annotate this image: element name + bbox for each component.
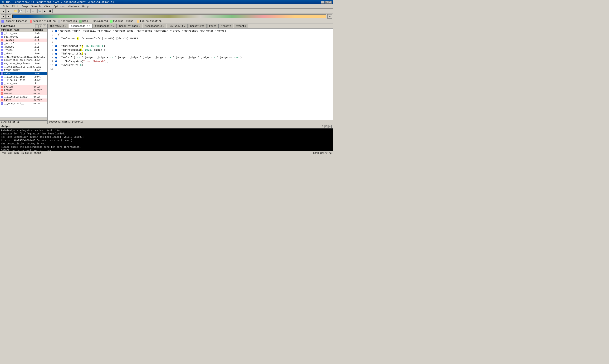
tab-close-button[interactable]: × [139,25,140,28]
tab-structures[interactable]: Structures [188,24,207,28]
line-breakpoint[interactable] [55,57,57,59]
code-line[interactable]: 3 "kw">char s; "comment">// [rsp+Fh] [rb… [48,37,333,40]
code-line[interactable]: 5 "fn">memset(&s, 0, 0x400uLL); [48,44,333,48]
function-row[interactable]: fregister_tm_clones.text [0,62,47,65]
panel-maximize-button[interactable]: □ [39,25,42,28]
toolbar-back-button[interactable]: ◀ [1,9,6,13]
function-name: deregister_tm_clones [4,59,34,62]
toolbar-undo-button[interactable]: ↩ [25,9,30,13]
menu-item-view[interactable]: View [43,5,52,8]
function-row[interactable]: f__libc_csu_init.text [0,75,47,78]
function-row[interactable]: f__libc_csu_fini.text [0,78,47,82]
tab-close-button[interactable]: × [184,25,185,28]
tab-hex-view-1[interactable]: Hex View-1× [167,24,187,28]
menu-item-options[interactable]: Options [52,5,66,8]
function-row[interactable]: fprintfextern [0,89,47,92]
tab-imports[interactable]: Imports [219,24,233,28]
line-breakpoint[interactable] [55,53,57,55]
toolbar-save-button[interactable]: 💾 [18,9,23,13]
function-row[interactable]: fsub_400400.plt [0,35,47,39]
menu-item-windows[interactable]: Windows [66,5,80,8]
function-row[interactable]: f_fgets.plt [0,49,47,52]
menu-item-help[interactable]: Help [81,5,90,8]
line-breakpoint[interactable] [55,64,57,66]
menu-item-search[interactable]: Search [30,5,42,8]
nav-forward-button[interactable]: ▶ [6,14,11,19]
panel-minimize-button[interactable]: _ [35,25,39,28]
code-area[interactable]: 1"kw">int "fn">__fastcall "fn">main("kw"… [48,28,333,120]
tab-label: Imports [221,25,231,28]
line-breakpoint[interactable] [55,60,57,62]
function-row[interactable]: f_system.plt [0,39,47,42]
tab-pseudocode-a[interactable]: Pseudocode-A× [143,24,166,28]
code-line[interactable]: 1"kw">int "fn">__fastcall "fn">main("kw"… [48,29,333,33]
function-row[interactable]: f_printf.plt [0,42,47,45]
nav-expand-button[interactable]: ⊞ [327,14,332,19]
function-row[interactable]: f__dl_relocate_static_pie.text [0,55,47,59]
code-line[interactable]: 10 "kw">return 0; [48,63,333,67]
function-row[interactable]: f__libc_start_mainextern [0,95,47,99]
menu-item-file[interactable]: File [1,5,10,8]
code-line[interactable]: 8 "kw">if ( 11 * judge * judge + 17 * ju… [48,56,333,59]
tab-stack-of-main[interactable]: Stack of main× [117,24,142,28]
function-icon: f [0,69,3,72]
line-breakpoint[interactable] [55,49,57,51]
function-row[interactable]: fframe_dummy.text [0,68,47,72]
line-breakpoint[interactable] [55,30,57,32]
function-row[interactable]: f_start.text [0,52,47,55]
tab-close-button[interactable]: × [163,25,164,28]
output-close-button[interactable]: × [328,125,332,128]
tab-close-button[interactable]: × [113,25,115,28]
function-row[interactable]: fmemsetextern [0,92,47,95]
code-line[interactable]: 9 "fn">system("exec /bin/sh"); [48,59,333,63]
function-row[interactable]: f__do_global_dtors_aux.text [0,65,47,68]
code-text: "kw">if ( 11 * judge * judge + 17 * judg… [58,56,242,59]
maximize-button[interactable]: □ [324,1,328,4]
output-content[interactable]: AutoAnalysis subsystem has been initiali… [0,129,333,151]
function-row[interactable]: f_memset.plt [0,45,47,49]
line-breakpoint[interactable] [55,68,57,70]
nav-back-button[interactable]: ◀ [1,14,6,19]
toolbar-search-button[interactable]: 🔍 [37,9,42,13]
tab-enums[interactable]: Enums [207,24,219,28]
output-maximize-button[interactable]: □ [324,125,328,128]
output-minimize-button[interactable]: □ [321,125,324,128]
function-row[interactable]: fderegister_tm_clones.text [0,59,47,62]
toolbar-forward-button[interactable]: ▶ [6,9,11,13]
line-breakpoint[interactable] [55,45,57,47]
menu-item-edit[interactable]: Edit [11,5,20,8]
menu-item-jump[interactable]: Jump [20,5,29,8]
function-icon: f [0,99,3,102]
line-breakpoint[interactable] [55,41,57,43]
function-row[interactable]: f_term_proc.fini [0,82,47,85]
navigation-bar[interactable] [12,14,326,18]
minimize-button[interactable]: _ [321,1,324,4]
code-line[interactable]: 6 "fn">fgets(&s, 1023, stdin); [48,48,333,52]
tab-close-button[interactable]: × [89,25,90,27]
function-row[interactable]: fsystemextern [0,85,47,89]
code-line[interactable]: 7 "fn">printf(&s); [48,52,333,56]
functions-list[interactable]: f_init_proc.initfsub_400400.pltf_system.… [0,32,47,117]
function-row[interactable]: f_init_proc.init [0,32,47,35]
functions-scrollbar[interactable] [0,117,47,120]
function-row[interactable]: fmain.text [0,72,47,75]
toolbar-stop-button[interactable]: ⏹ [48,9,52,13]
code-line[interactable]: 2{ [48,33,333,37]
function-row[interactable]: ffgetsextern [0,99,47,102]
line-breakpoint[interactable] [55,34,57,36]
toolbar-open-button[interactable]: 📁 [13,9,18,13]
line-breakpoint[interactable] [55,38,57,39]
panel-close-button[interactable]: × [43,25,46,28]
toolbar-run-button[interactable]: ▶ [43,9,47,13]
tab-pseudocode-b[interactable]: Pseudocode-B× [93,24,117,28]
toolbar-redo-button[interactable]: ↪ [30,9,35,13]
tab-ida-view-a[interactable]: IDA View-A× [48,24,68,28]
code-line[interactable]: 11} [48,67,333,71]
code-line[interactable]: 4 [48,40,333,44]
svg-text:f: f [1,76,2,78]
close-button[interactable]: × [328,1,332,4]
function-row[interactable]: f__gmon_start__extern [0,102,47,105]
tab-exports[interactable]: Exports [234,24,248,28]
tab-pseudocode-c[interactable]: Pseudocode-C× [69,24,92,28]
tab-close-button[interactable]: × [65,25,66,28]
